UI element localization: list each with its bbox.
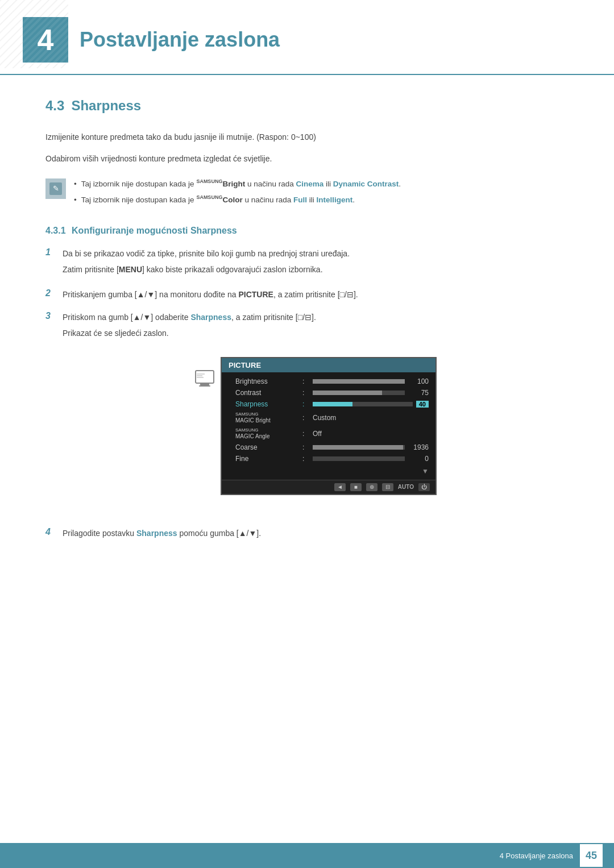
osd-btn-back: ◄ xyxy=(334,483,346,491)
osd-label-sharpness: Sharpness xyxy=(235,400,298,408)
full-label: Full xyxy=(293,195,307,203)
osd-value-sharpness: 40 xyxy=(416,401,429,408)
subsection-number: 4.3.1 xyxy=(45,226,66,235)
step-3-text: Pritiskom na gumb [▲/▼] odaberite Sharpn… xyxy=(63,311,569,325)
osd-label-fine: Fine xyxy=(235,455,298,463)
osd-header: PICTURE xyxy=(222,358,435,372)
osd-bar-contrast: 75 xyxy=(313,389,429,397)
osd-footer: ◄ ■ ⊕ xyxy=(222,480,435,494)
step-2-content: Pritiskanjem gumba [▲/▼] na monitoru dođ… xyxy=(63,288,569,302)
dynamic-contrast-label: Dynamic Contrast xyxy=(333,179,399,188)
step-3-subtext: Prikazat će se sljedeći zaslon. xyxy=(63,327,569,340)
osd-btn-enter: ⊟ xyxy=(382,483,393,491)
osd-label-magic-angle: SAMSUNGMAGIC Angle xyxy=(235,427,298,440)
page-header: 4 Postavljanje zaslona xyxy=(0,0,614,75)
brand-small-1: SAMSUNG xyxy=(196,178,222,184)
osd-btn-plus: ⊕ xyxy=(366,483,377,491)
step-1-subtext: Zatim pritisnite [MENU] kako biste prika… xyxy=(63,263,569,277)
body-para1: Izmijenite konture predmeta tako da budu… xyxy=(45,131,569,144)
note-icon xyxy=(45,178,66,199)
magic-color-label: Color xyxy=(222,195,242,203)
note-text-block: Taj izbornik nije dostupan kada je SAMSU… xyxy=(74,177,569,209)
osd-row-magic-bright: SAMSUNGMAGIC Bright : Custom xyxy=(222,410,435,426)
note1-text: Taj izbornik nije dostupan kada je SAMSU… xyxy=(81,177,401,190)
step-2: 2 Pritiskanjem gumba [▲/▼] na monitoru d… xyxy=(45,288,569,302)
osd-row-magic-angle: SAMSUNGMAGIC Angle : Off xyxy=(222,426,435,442)
picture-keyword: PICTURE xyxy=(238,290,273,299)
page-footer: 4 Postavljanje zaslona 45 xyxy=(0,843,614,868)
section-number: 4.3 xyxy=(45,98,64,114)
osd-bar-sharpness: 40 xyxy=(313,401,429,408)
osd-row-coarse: Coarse : 1936 xyxy=(222,442,435,453)
step-1-text: Da bi se prikazao vodič za tipke, prisni… xyxy=(63,247,569,261)
monitor-icon xyxy=(194,368,215,391)
osd-btn-power: ⏻ xyxy=(418,483,430,491)
osd-label-coarse: Coarse xyxy=(235,443,298,451)
osd-body: Brightness : 100 xyxy=(222,372,435,479)
svg-rect-2 xyxy=(196,371,214,383)
step-1-num: 1 xyxy=(45,247,55,258)
osd-bar-coarse: 1936 xyxy=(313,443,429,451)
osd-scroll-indicator: ▼ xyxy=(222,464,435,476)
osd-label-brightness: Brightness xyxy=(235,377,298,385)
step-2-text: Pritiskanjem gumba [▲/▼] na monitoru dođ… xyxy=(63,288,569,302)
step-4: 4 Prilagodite postavku Sharpness pomoću … xyxy=(45,527,569,541)
monitor-thumb-row: PICTURE Brightness : xyxy=(63,346,569,506)
chapter-number-box: 4 xyxy=(23,17,68,63)
osd-value-magic-bright: Custom xyxy=(313,414,336,422)
footer-chapter-text: 4 Postavljanje zaslona xyxy=(500,852,573,860)
osd-bar-brightness: 100 xyxy=(313,377,429,385)
cinema-label: Cinema xyxy=(296,179,323,188)
note-item-2: Taj izbornik nije dostupan kada je SAMSU… xyxy=(74,193,569,207)
osd-row-fine: Fine : 0 xyxy=(222,453,435,464)
osd-fill-sharpness xyxy=(313,402,352,406)
svg-rect-3 xyxy=(200,383,209,385)
step-2-num: 2 xyxy=(45,288,55,298)
step-4-text: Prilagodite postavku Sharpness pomoću gu… xyxy=(63,527,569,541)
osd-value-coarse: 1936 xyxy=(408,443,429,451)
subsection-heading: Konfiguriranje mogućnosti Sharpness xyxy=(72,226,237,235)
note2-text: Taj izbornik nije dostupan kada je SAMSU… xyxy=(81,193,355,206)
osd-value-fine: 0 xyxy=(408,455,429,463)
osd-fill-contrast xyxy=(313,391,382,395)
step-4-num: 4 xyxy=(45,527,55,537)
osd-value-magic-angle: Off xyxy=(313,430,322,438)
intelligent-label: Intelligent xyxy=(316,195,352,203)
osd-fill-brightness xyxy=(313,379,405,384)
steps-list: 1 Da bi se prikazao vodič za tipke, pris… xyxy=(45,247,569,540)
sharpness-keyword-3: Sharpness xyxy=(190,313,231,322)
svg-rect-4 xyxy=(199,385,210,387)
magic-bright-label: Bright xyxy=(222,179,245,188)
osd-row-sharpness: Sharpness : 40 xyxy=(222,398,435,410)
step-3-content: Pritiskom na gumb [▲/▼] odaberite Sharpn… xyxy=(63,311,569,518)
chapter-number: 4 xyxy=(38,23,54,57)
osd-fill-coarse xyxy=(313,445,403,450)
content-area: 4.3 Sharpness Izmijenite konture predmet… xyxy=(0,98,614,595)
menu-keyword: MENU xyxy=(119,265,142,274)
osd-menu-icon: ■ xyxy=(350,483,362,491)
osd-enter-icon: ⊟ xyxy=(382,483,393,491)
osd-value-contrast: 75 xyxy=(408,389,429,397)
section-heading: Sharpness xyxy=(71,98,141,114)
osd-row-brightness: Brightness : 100 xyxy=(222,376,435,387)
body-para2: Odabirom viših vrijednosti konture predm… xyxy=(45,152,569,166)
footer-page-num: 45 xyxy=(580,844,603,867)
subsection-title: 4.3.1 Konfiguriranje mogućnosti Sharpnes… xyxy=(45,226,569,236)
brand-small-2: SAMSUNG xyxy=(196,194,222,200)
step-1: 1 Da bi se prikazao vodič za tipke, pris… xyxy=(45,247,569,279)
note-icon-inner xyxy=(49,182,62,195)
osd-row-contrast: Contrast : 75 xyxy=(222,387,435,398)
osd-btn-auto: AUTO xyxy=(398,484,414,490)
note-box: Taj izbornik nije dostupan kada je SAMSU… xyxy=(45,177,569,209)
chapter-title: Postavljanje zaslona xyxy=(80,28,280,52)
step-4-content: Prilagodite postavku Sharpness pomoću gu… xyxy=(63,527,569,541)
osd-label-magic-bright: SAMSUNGMAGIC Bright xyxy=(235,412,298,424)
osd-plus-icon: ⊕ xyxy=(366,483,377,491)
osd-bar-fine: 0 xyxy=(313,455,429,463)
step-1-content: Da bi se prikazao vodič za tipke, prisni… xyxy=(63,247,569,279)
osd-back-icon: ◄ xyxy=(334,483,346,491)
osd-auto-label: AUTO xyxy=(398,484,414,490)
osd-container: PICTURE Brightness : xyxy=(221,357,437,495)
step-3: 3 Pritiskom na gumb [▲/▼] odaberite Shar… xyxy=(45,311,569,518)
osd-label-contrast: Contrast xyxy=(235,389,298,397)
